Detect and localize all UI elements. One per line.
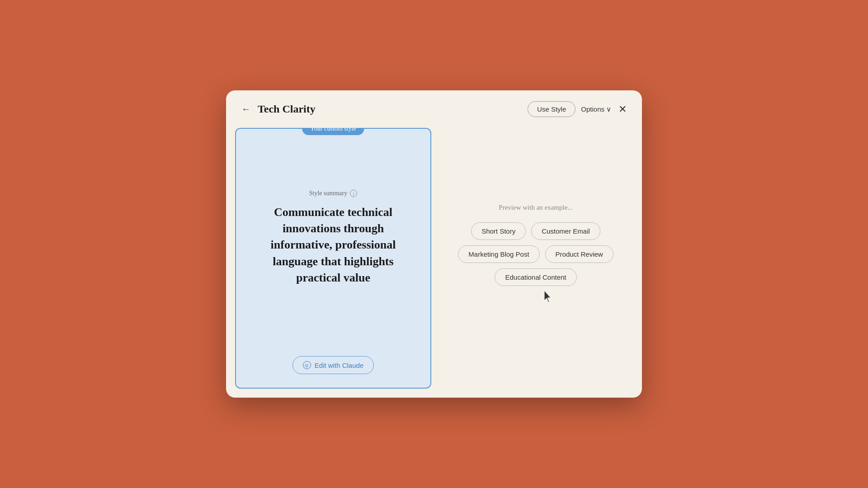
example-marketing-blog-post-button[interactable]: Marketing Blog Post (458, 245, 539, 263)
edit-claude-label: Edit with Claude (315, 361, 363, 369)
left-panel: Your custom style Style summary i Commun… (235, 128, 431, 389)
claude-icon: ◎ (303, 361, 311, 369)
right-panel: Preview with an example... Short Story C… (439, 128, 633, 389)
options-label: Options (581, 105, 604, 113)
left-panel-content: Style summary i Communicate technical in… (250, 129, 417, 347)
modal: ← Tech Clarity Use Style Options ∨ ✕ You… (226, 90, 642, 398)
cursor-area (452, 286, 619, 313)
chevron-down-icon: ∨ (606, 105, 611, 113)
options-button[interactable]: Options ∨ (581, 105, 611, 113)
style-summary-label: Style summary i (309, 190, 357, 197)
example-row-3: Educational Content (495, 268, 576, 286)
edit-with-claude-button[interactable]: ◎ Edit with Claude (292, 356, 374, 374)
cursor-icon (544, 291, 553, 303)
style-description: Communicate technical innovations throug… (261, 204, 406, 286)
modal-title: Tech Clarity (258, 103, 522, 115)
example-product-review-button[interactable]: Product Review (545, 245, 613, 263)
back-icon: ← (241, 104, 250, 114)
example-row-1: Short Story Customer Email (471, 222, 600, 240)
example-row-2: Marketing Blog Post Product Review (458, 245, 613, 263)
custom-style-badge: Your custom style (302, 128, 364, 135)
example-short-story-button[interactable]: Short Story (471, 222, 526, 240)
preview-label: Preview with an example... (499, 204, 572, 211)
back-button[interactable]: ← (240, 102, 252, 116)
use-style-button[interactable]: Use Style (528, 101, 576, 117)
info-icon: i (350, 190, 357, 197)
header-actions: Use Style Options ∨ ✕ (528, 101, 628, 117)
example-educational-content-button[interactable]: Educational Content (495, 268, 576, 286)
modal-body: Your custom style Style summary i Commun… (226, 128, 642, 398)
example-customer-email-button[interactable]: Customer Email (531, 222, 600, 240)
modal-header: ← Tech Clarity Use Style Options ∨ ✕ (226, 90, 642, 128)
example-buttons: Short Story Customer Email Marketing Blo… (452, 222, 619, 286)
close-button[interactable]: ✕ (617, 102, 628, 117)
